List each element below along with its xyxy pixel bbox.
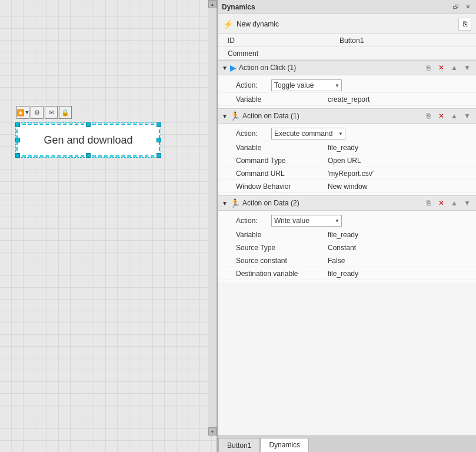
action-data2-down-btn[interactable]: ▼ (462, 198, 472, 208)
action-click-variable-value: create_report (324, 94, 476, 105)
action-on-data2-action-label: Action: (236, 217, 271, 225)
action-data2-dest-variable-value: file_ready (324, 268, 476, 280)
execute-command-dropdown[interactable]: Execute command (271, 128, 345, 139)
copy-icon-btn[interactable]: ⎘ (458, 18, 471, 31)
panel-title-bar: Dynamics 🗗 ✕ (218, 0, 476, 14)
action-data1-down-btn[interactable]: ▼ (462, 111, 472, 121)
action-on-click-title: Action on Click (1) (239, 64, 421, 72)
arrow-tool[interactable]: 🔼 ▼ (16, 106, 29, 119)
canvas-area: 🔼 ▼ ⚙ ✉ 🔒 Gen and download ▲ ▼ (0, 0, 218, 452)
copy-icon: ⎘ (463, 20, 467, 28)
action-click-delete-btn[interactable]: ✕ (436, 62, 447, 73)
action-data1-delete-btn[interactable]: ✕ (436, 111, 447, 121)
action-data1-variable-label: Variable (218, 142, 324, 154)
action-data1-variable-value: file_ready (324, 142, 476, 154)
action-data1-copy-btn[interactable]: ⎘ (423, 111, 434, 121)
action-on-data1-dropdown-row: Action: Execute command (218, 126, 476, 141)
action-data2-source-constant-label: Source constant (218, 255, 324, 267)
title-controls: 🗗 ✕ (451, 2, 472, 12)
action-click-up-btn[interactable]: ▲ (449, 62, 460, 73)
handle-bm[interactable] (86, 153, 91, 158)
new-dynamic-label: New dynamic (237, 20, 279, 28)
action-on-data-2-content: Action: Write value Variable file_ready … (218, 211, 476, 282)
action-data1-command-url-label: Command URL (218, 168, 324, 180)
close-button[interactable]: ✕ (463, 2, 472, 12)
action-on-data2-dropdown-row: Action: Write value (218, 213, 476, 228)
action-click-variable-label: Variable (218, 94, 324, 105)
panel-title: Dynamics (222, 3, 255, 11)
widget-toolbar: 🔼 ▼ ⚙ ✉ 🔒 (16, 106, 72, 119)
action-data1-window-behavior-row: Window Behavior New window (218, 180, 476, 193)
comment-row: Comment (218, 47, 476, 60)
collapse-icon-2[interactable]: ▼ (222, 113, 228, 119)
button-widget-label: Gen and download (44, 134, 132, 147)
action-data1-command-type-value: Open URL (324, 155, 476, 167)
scroll-up-btn[interactable]: ▲ (208, 0, 217, 8)
gear-icon: ⚙ (34, 109, 40, 117)
dropdown-arrow-icon: ▼ (25, 109, 30, 115)
comment-value (336, 52, 476, 55)
bottom-tabs: Button1 Dynamics (218, 436, 476, 452)
handle-tr[interactable] (157, 122, 161, 127)
email-icon: ✉ (49, 109, 54, 117)
email-tool[interactable]: ✉ (45, 106, 58, 119)
action-click-variable-row: Variable create_report (218, 93, 476, 106)
action-on-data1-action-label: Action: (236, 129, 271, 138)
write-value-dropdown-wrapper: Write value (271, 215, 342, 227)
panel-scroll[interactable]: ID Button1 Comment ▼ ▶ Action on Click (… (218, 34, 476, 436)
tab-button1-label: Button1 (227, 441, 251, 450)
lock-tool[interactable]: 🔒 (59, 106, 72, 119)
write-value-dropdown[interactable]: Write value (271, 215, 342, 227)
action-data2-variable-label: Variable (218, 229, 324, 241)
handle-lm[interactable] (15, 138, 20, 142)
click-action-icon: ▶ (230, 63, 237, 72)
button-widget[interactable]: Gen and download (16, 124, 160, 157)
action-data2-delete-btn[interactable]: ✕ (436, 198, 447, 208)
action-data2-source-type-value: Constant (324, 242, 476, 254)
restore-button[interactable]: 🗗 (451, 2, 461, 12)
data-action-icon-1: 🏃 (230, 111, 240, 121)
scroll-track[interactable] (208, 8, 217, 427)
action-data1-window-behavior-value: New window (324, 181, 476, 192)
lightning-icon: ⚡ (223, 19, 233, 29)
scroll-down-btn[interactable]: ▼ (208, 427, 217, 436)
new-dynamic-area: ⚡ New dynamic ⎘ (218, 14, 476, 34)
bottom-spacer (218, 282, 476, 318)
handle-rm[interactable] (157, 138, 161, 142)
action-data1-command-url-value: 'myReport.csv' (324, 168, 476, 180)
tab-button1[interactable]: Button1 (218, 438, 260, 452)
action-click-down-btn[interactable]: ▼ (462, 62, 472, 73)
dynamics-panel: Dynamics 🗗 ✕ ⚡ New dynamic ⎘ ID Button1 … (218, 0, 476, 452)
toggle-value-dropdown[interactable]: Toggle value (271, 79, 342, 91)
handle-tm[interactable] (86, 122, 91, 127)
props-section: ID Button1 Comment (218, 34, 476, 60)
action-data2-variable-row: Variable file_ready (218, 228, 476, 241)
id-row: ID Button1 (218, 34, 476, 47)
handle-tl[interactable] (15, 122, 20, 127)
action-data1-window-behavior-label: Window Behavior (218, 181, 324, 192)
action-data2-up-btn[interactable]: ▲ (449, 198, 460, 208)
action-on-click-action-label: Action: (236, 81, 271, 89)
action-data1-command-type-row: Command Type Open URL (218, 154, 476, 167)
action-on-data-1-content: Action: Execute command Variable file_re… (218, 124, 476, 195)
action-click-copy-btn[interactable]: ⎘ (423, 62, 434, 73)
action-on-click-header: ▼ ▶ Action on Click (1) ⎘ ✕ ▲ ▼ (218, 60, 476, 75)
action-data1-up-btn[interactable]: ▲ (449, 111, 460, 121)
action-on-click-content: Action: Toggle value Variable create_rep… (218, 75, 476, 108)
lock-icon: 🔒 (61, 109, 69, 117)
action-on-data-1-header: ▼ 🏃 Action on Data (1) ⎘ ✕ ▲ ▼ (218, 108, 476, 124)
collapse-icon-3[interactable]: ▼ (222, 200, 228, 207)
settings-tool[interactable]: ⚙ (31, 106, 44, 119)
action-data2-copy-btn[interactable]: ⎘ (423, 198, 434, 208)
action-data2-dest-variable-label: Destination variable (218, 268, 324, 280)
tab-dynamics-label: Dynamics (269, 441, 300, 449)
tab-dynamics[interactable]: Dynamics (260, 438, 309, 452)
id-label: ID (218, 35, 336, 46)
handle-br[interactable] (157, 153, 161, 158)
execute-command-dropdown-wrapper: Execute command (271, 128, 345, 139)
action-data2-dest-variable-row: Destination variable file_ready (218, 267, 476, 280)
handle-bl[interactable] (15, 153, 20, 158)
arrow-icon: 🔼 (16, 109, 25, 117)
collapse-icon[interactable]: ▼ (222, 65, 228, 71)
action-data1-command-url-row: Command URL 'myReport.csv' (218, 167, 476, 180)
